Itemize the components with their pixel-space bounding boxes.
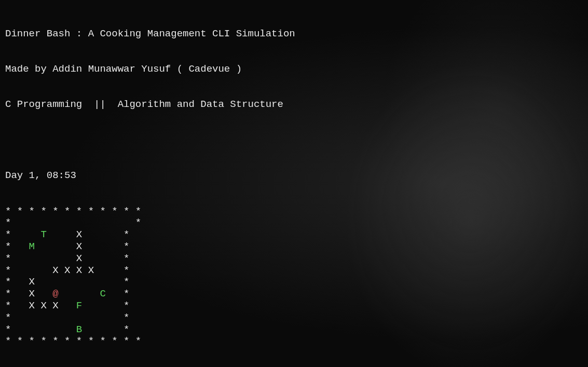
author-line: Made by Addin Munawwar Yusuf ( Cadevue ) xyxy=(5,63,583,75)
map-wall: * X X X X * xyxy=(5,265,129,276)
map-row: * * * * * * * * * * * * xyxy=(5,335,583,347)
map-wall: * * xyxy=(5,217,141,228)
map-wall: * X * xyxy=(5,253,129,264)
game-map: * * * * * * * * * * * ** ** T X ** M X *… xyxy=(5,206,583,348)
map-wall: * * xyxy=(5,312,129,323)
map-row: * X * xyxy=(5,253,583,265)
map-wall: * xyxy=(82,300,129,311)
day-time: Day 1, 08:53 xyxy=(5,170,583,182)
map-row: * * xyxy=(5,217,583,229)
map-wall: * xyxy=(106,288,130,300)
location-marker: C xyxy=(100,288,105,300)
map-wall: * * * * * * * * * * * * xyxy=(5,206,141,217)
map-row: * X X X X * xyxy=(5,265,583,277)
location-marker: T xyxy=(40,229,46,240)
location-marker: B xyxy=(76,324,82,335)
map-row: * X @ C * xyxy=(5,288,583,300)
map-row: * * xyxy=(5,312,583,324)
map-wall: * xyxy=(5,324,76,335)
title-line: Dinner Bash : A Cooking Management CLI S… xyxy=(5,28,583,40)
map-wall: * * * * * * * * * * * * xyxy=(5,335,141,347)
terminal-output: Dinner Bash : A Cooking Management CLI S… xyxy=(5,4,583,367)
map-wall: * X * xyxy=(5,276,129,288)
map-row: * X * xyxy=(5,276,583,288)
map-row: * M X * xyxy=(5,241,583,253)
map-row: * * * * * * * * * * * * xyxy=(5,206,583,218)
map-row: * B * xyxy=(5,324,583,336)
blank-line xyxy=(5,134,583,146)
map-wall: * xyxy=(5,241,29,252)
location-marker: F xyxy=(76,300,82,311)
map-row: * X X X F * xyxy=(5,300,583,312)
map-wall: * X X X xyxy=(5,300,76,311)
player-marker: @ xyxy=(52,288,58,300)
map-wall: * X xyxy=(5,288,52,300)
map-wall: X * xyxy=(35,241,129,252)
map-wall xyxy=(59,288,100,300)
map-wall: * xyxy=(82,324,129,335)
location-marker: M xyxy=(29,241,35,252)
map-row: * T X * xyxy=(5,229,583,241)
map-wall: * xyxy=(5,229,40,240)
map-wall: X * xyxy=(47,229,130,240)
course-line: C Programming || Algorithm and Data Stru… xyxy=(5,99,583,111)
